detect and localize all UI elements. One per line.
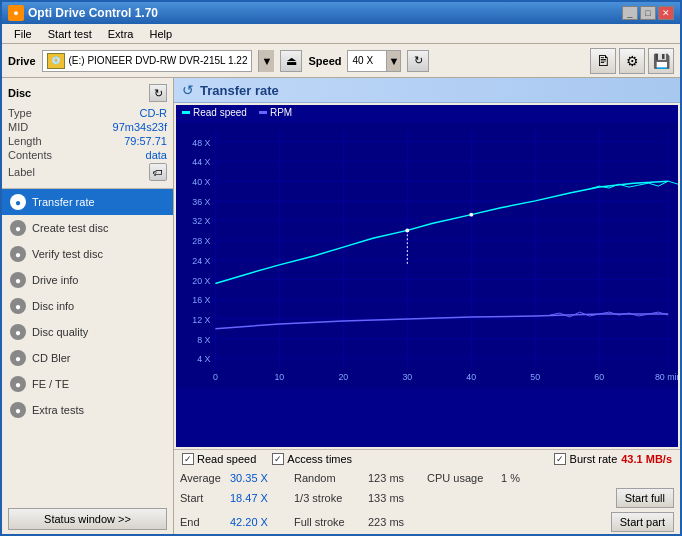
drive-icon: 💿 [47,53,65,69]
cpu-usage-val: 1 % [501,472,556,484]
drive-dropdown-arrow[interactable]: ▼ [258,50,274,72]
disc-label-icon[interactable]: 🏷 [149,163,167,181]
access-times-checkbox[interactable]: ✓ [272,453,284,465]
stats-area: Average 30.35 X Random 123 ms CPU usage … [174,468,680,536]
full-stroke-val: 223 ms [368,516,423,528]
disc-length-row: Length 79:57.71 [8,134,167,148]
disc-type-key: Type [8,107,32,119]
random-key: Random [294,472,364,484]
refresh-drive-button[interactable]: ↻ [407,50,429,72]
create-test-disc-label: Create test disc [32,222,108,234]
disc-quality-icon: ● [10,324,26,340]
svg-text:8 X: 8 X [197,335,210,345]
svg-text:4 X: 4 X [197,354,210,364]
options-button[interactable]: ⚙ [619,48,645,74]
disc-contents-row: Contents data [8,148,167,162]
minimize-button[interactable]: _ [622,6,638,20]
status-window-button[interactable]: Status window >> [8,508,167,530]
sidebar-item-extra-tests[interactable]: ● Extra tests [2,397,173,423]
drive-label: Drive [8,55,36,67]
transfer-rate-chart: 48 X 44 X 40 X 36 X 32 X 28 X 24 X 20 X … [176,120,678,390]
svg-text:60: 60 [594,372,604,382]
window-title: Opti Drive Control 1.70 [28,6,158,20]
extra-tests-icon: ● [10,402,26,418]
svg-text:30: 30 [402,372,412,382]
read-speed-check-label: Read speed [197,453,256,465]
sidebar-item-fe-te[interactable]: ● FE / TE [2,371,173,397]
drive-bar: Drive 💿 (E:) PIONEER DVD-RW DVR-215L 1.2… [2,44,680,78]
check-access-times[interactable]: ✓ Access times [272,453,352,465]
speed-label: Speed [308,55,341,67]
menu-extra[interactable]: Extra [100,26,142,42]
stroke-1-3-key: 1/3 stroke [294,492,364,504]
speed-selector[interactable]: 40 X ▼ [347,50,401,72]
maximize-button[interactable]: □ [640,6,656,20]
stats-row-3: End 42.20 X Full stroke 223 ms Start par… [180,510,674,534]
sidebar-item-drive-info[interactable]: ● Drive info [2,267,173,293]
svg-text:36 X: 36 X [192,197,210,207]
disc-mid-val: 97m34s23f [113,121,167,133]
burst-rate-section: ✓ Burst rate 43.1 MB/s [554,453,672,465]
svg-text:40: 40 [466,372,476,382]
create-test-disc-icon: ● [10,220,26,236]
start-key: Start [180,492,226,504]
svg-text:24 X: 24 X [192,256,210,266]
average-val: 30.35 X [230,472,290,484]
check-read-speed[interactable]: ✓ Read speed [182,453,256,465]
speed-value: 40 X [347,50,387,72]
chart-area: ↺ Transfer rate Read speed RPM [174,78,680,536]
extra-tests-label: Extra tests [32,404,84,416]
svg-text:80 min: 80 min [655,372,678,382]
stats-row-1: Average 30.35 X Random 123 ms CPU usage … [180,470,674,486]
disc-read-button[interactable]: 🖹 [590,48,616,74]
verify-test-disc-label: Verify test disc [32,248,103,260]
drive-info-label: Drive info [32,274,78,286]
access-times-check-label: Access times [287,453,352,465]
disc-label-row: Label 🏷 [8,162,167,182]
menu-file[interactable]: File [6,26,40,42]
read-speed-checkbox[interactable]: ✓ [182,453,194,465]
drive-text: (E:) PIONEER DVD-RW DVR-215L 1.22 [69,55,248,66]
svg-text:16 X: 16 X [192,295,210,305]
eject-button[interactable]: ⏏ [280,50,302,72]
disc-length-key: Length [8,135,42,147]
start-full-button[interactable]: Start full [616,488,674,508]
start-part-button[interactable]: Start part [611,512,674,532]
drive-selector[interactable]: 💿 (E:) PIONEER DVD-RW DVR-215L 1.22 [42,50,253,72]
sidebar-item-create-test-disc[interactable]: ● Create test disc [2,215,173,241]
menu-start-test[interactable]: Start test [40,26,100,42]
sidebar-item-cd-bler[interactable]: ● CD Bler [2,345,173,371]
legend-rpm: RPM [259,107,292,118]
stroke-1-3-val: 133 ms [368,492,423,504]
end-key: End [180,516,226,528]
window-controls: _ □ ✕ [622,6,674,20]
toolbar-right: 🖹 ⚙ 💾 [590,48,674,74]
svg-rect-0 [176,122,678,388]
disc-contents-val: data [146,149,167,161]
sidebar-item-disc-info[interactable]: ● Disc info [2,293,173,319]
svg-text:48 X: 48 X [192,138,210,148]
cd-bler-label: CD Bler [32,352,71,364]
stats-row-2: Start 18.47 X 1/3 stroke 133 ms Start fu… [180,486,674,510]
svg-text:10: 10 [274,372,284,382]
disc-panel: Disc ↻ Type CD-R MID 97m34s23f Length 79… [2,78,173,189]
disc-title: Disc [8,87,31,99]
svg-text:32 X: 32 X [192,216,210,226]
burst-rate-checkbox[interactable]: ✓ [554,453,566,465]
disc-mid-key: MID [8,121,28,133]
close-button[interactable]: ✕ [658,6,674,20]
app-icon: ● [8,5,24,21]
sidebar-item-disc-quality[interactable]: ● Disc quality [2,319,173,345]
legend-read-speed: Read speed [182,107,247,118]
disc-type-val: CD-R [140,107,168,119]
sidebar: Disc ↻ Type CD-R MID 97m34s23f Length 79… [2,78,174,536]
disc-length-val: 79:57.71 [124,135,167,147]
disc-label-key: Label [8,166,35,178]
speed-dropdown-arrow[interactable]: ▼ [387,50,401,72]
save-button[interactable]: 💾 [648,48,674,74]
sidebar-item-transfer-rate[interactable]: ● Transfer rate [2,189,173,215]
disc-quality-label: Disc quality [32,326,88,338]
disc-refresh-button[interactable]: ↻ [149,84,167,102]
sidebar-item-verify-test-disc[interactable]: ● Verify test disc [2,241,173,267]
menu-help[interactable]: Help [141,26,180,42]
